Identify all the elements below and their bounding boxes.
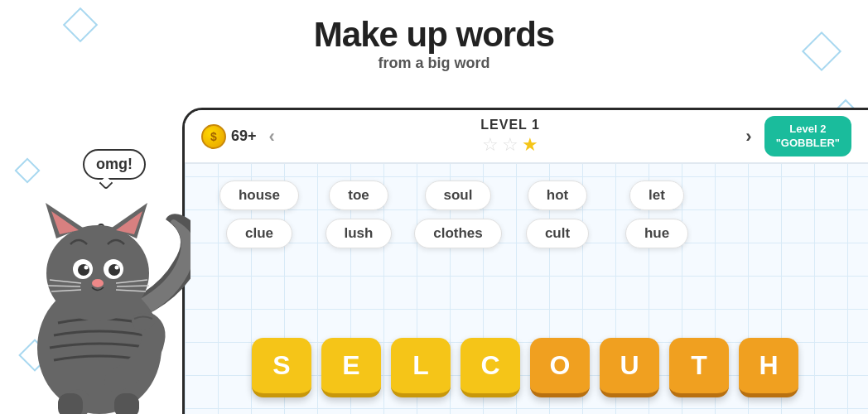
svg-line-17	[48, 286, 80, 286]
star-2: ☆	[502, 134, 518, 156]
tile-S[interactable]: S	[252, 338, 311, 397]
tile-T[interactable]: T	[669, 338, 729, 397]
stars-row: ☆ ☆ ★	[482, 134, 538, 156]
svg-rect-3	[114, 393, 139, 414]
star-3: ★	[522, 134, 538, 156]
word-cell-clothes[interactable]: clothes	[408, 219, 508, 248]
main-title: Make up words	[0, 15, 868, 55]
level2-line2: "GOBBLER"	[776, 137, 840, 151]
word-cell-toe[interactable]: toe	[309, 181, 408, 210]
word-clothes[interactable]: clothes	[414, 219, 502, 248]
tile-H[interactable]: H	[739, 338, 798, 397]
svg-point-4	[46, 225, 149, 321]
star-1: ☆	[482, 134, 499, 156]
svg-point-11	[78, 264, 89, 276]
word-let[interactable]: let	[629, 181, 684, 210]
word-row-2: clue lush clothes cult hue	[210, 219, 843, 248]
svg-point-15	[92, 279, 104, 287]
svg-point-14	[115, 266, 119, 270]
svg-point-13	[84, 266, 89, 270]
cat-illustration	[8, 99, 190, 414]
tile-O[interactable]: O	[530, 338, 590, 397]
word-cell-hot[interactable]: hot	[508, 181, 607, 210]
coins-area: $ 69+	[201, 124, 257, 149]
level2-badge[interactable]: Level 2 "GOBBLER"	[764, 116, 851, 157]
level-center: LEVEL 1 ☆ ☆ ★	[287, 118, 733, 156]
nav-left-arrow[interactable]: ‹	[257, 126, 287, 147]
header: Make up words from a big word	[0, 0, 868, 79]
word-cell-let[interactable]: let	[607, 181, 706, 210]
word-cell-clue[interactable]: clue	[210, 219, 309, 248]
word-area: house toe soul hot let clue lush clo	[185, 164, 868, 257]
game-topbar: $ 69+ ‹ LEVEL 1 ☆ ☆ ★ › Level 2 "GOBBLER…	[185, 110, 868, 164]
tile-U[interactable]: U	[600, 338, 659, 397]
coins-value: 69+	[231, 128, 257, 145]
word-cell-house[interactable]: house	[210, 181, 309, 210]
word-house[interactable]: house	[219, 181, 299, 210]
coin-icon: $	[201, 124, 226, 149]
word-toe[interactable]: toe	[329, 181, 388, 210]
svg-line-20	[117, 286, 149, 286]
word-lush[interactable]: lush	[326, 219, 393, 248]
tile-C[interactable]: C	[461, 338, 520, 397]
word-row-1: house toe soul hot let	[210, 181, 843, 210]
word-soul[interactable]: soul	[425, 181, 492, 210]
svg-point-12	[108, 264, 120, 276]
word-cell-hue[interactable]: hue	[607, 219, 706, 248]
word-cell-lush[interactable]: lush	[309, 219, 408, 248]
tile-E[interactable]: E	[321, 338, 381, 397]
svg-point-22	[132, 313, 155, 330]
nav-right-arrow[interactable]: ›	[733, 126, 764, 147]
word-hot[interactable]: hot	[528, 181, 587, 210]
word-cell-soul[interactable]: soul	[408, 181, 508, 210]
level2-line1: Level 2	[776, 123, 840, 137]
svg-rect-2	[58, 393, 83, 414]
main-subtitle: from a big word	[0, 55, 868, 72]
word-hue[interactable]: hue	[625, 219, 688, 248]
word-clue[interactable]: clue	[226, 219, 292, 248]
letter-tiles: S E L C O U T H	[182, 338, 868, 397]
cat-container: omg!	[8, 99, 190, 414]
tile-L[interactable]: L	[391, 338, 451, 397]
word-cult[interactable]: cult	[526, 219, 589, 248]
level-label: LEVEL 1	[480, 118, 540, 132]
word-cell-cult[interactable]: cult	[508, 219, 607, 248]
